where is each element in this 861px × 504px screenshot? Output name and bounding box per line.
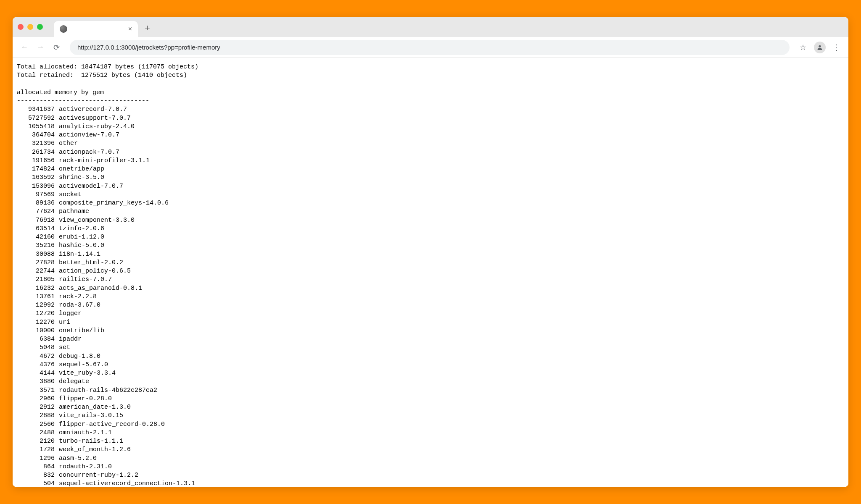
bytes-value: 191656 (17, 157, 59, 165)
bytes-value: 3571 (17, 386, 59, 395)
close-tab-icon[interactable]: × (128, 26, 132, 32)
bytes-value: 321396 (17, 139, 59, 148)
bytes-value: 9341637 (17, 105, 59, 114)
gem-name: hashie-5.0.0 (59, 242, 104, 250)
browser-tab[interactable]: × (54, 21, 138, 37)
total-allocated-line: Total allocated: 18474187 bytes (117075 … (17, 63, 198, 71)
gem-name: socket (59, 191, 82, 199)
back-button[interactable]: ← (18, 42, 30, 53)
gem-name: view_component-3.3.0 (59, 216, 135, 225)
gem-name: pathname (59, 207, 89, 216)
gem-name: actionview-7.0.7 (59, 131, 119, 139)
bytes-value: 12270 (17, 318, 59, 327)
bytes-value: 2888 (17, 412, 59, 420)
gem-name: turbo-rails-1.1.1 (59, 437, 123, 446)
memory-row: 2560flipper-active_record-0.28.0 (17, 420, 844, 429)
memory-row: 42160erubi-1.12.0 (17, 233, 844, 242)
gem-name: tzinfo-2.0.6 (59, 225, 104, 233)
gem-name: action_policy-0.6.5 (59, 267, 131, 276)
bookmark-icon[interactable]: ☆ (797, 43, 809, 52)
bytes-value: 261734 (17, 148, 59, 157)
page-content: Total allocated: 18474187 bytes (117075 … (13, 58, 848, 487)
memory-row: 321396other (17, 139, 844, 148)
maximize-window-button[interactable] (37, 24, 43, 30)
memory-row: 2888vite_rails-3.0.15 (17, 412, 844, 420)
svg-point-0 (819, 45, 821, 47)
new-tab-button[interactable]: + (140, 23, 154, 34)
gem-name: activesupport-7.0.7 (59, 114, 131, 123)
gem-name: roda-3.67.0 (59, 301, 100, 310)
bytes-value: 1055418 (17, 123, 59, 131)
address-bar[interactable]: http://127.0.0.1:3000/jetrockets?pp=prof… (70, 40, 790, 55)
gem-name: logger (59, 310, 82, 318)
memory-row: 12720logger (17, 310, 844, 318)
memory-row: 5048set (17, 344, 844, 352)
gem-name: composite_primary_keys-14.0.6 (59, 199, 169, 207)
bytes-value: 21805 (17, 276, 59, 284)
bytes-value: 4376 (17, 361, 59, 369)
reload-button[interactable]: ⟳ (50, 42, 62, 53)
browser-toolbar: ← → ⟳ http://127.0.0.1:3000/jetrockets?p… (13, 37, 848, 58)
bytes-value: 2120 (17, 437, 59, 446)
memory-row: 261734actionpack-7.0.7 (17, 148, 844, 157)
bytes-value: 35216 (17, 242, 59, 250)
gem-name: rack-2.2.8 (59, 293, 97, 301)
gem-name: i18n-1.14.1 (59, 250, 100, 259)
gem-name: flipper-0.28.0 (59, 395, 112, 403)
minimize-window-button[interactable] (27, 24, 33, 30)
gem-name: rodauth-rails-4b622c287ca2 (59, 386, 157, 395)
memory-row: 13761rack-2.2.8 (17, 293, 844, 301)
gem-name: shrine-3.5.0 (59, 173, 104, 182)
gem-name: activemodel-7.0.7 (59, 182, 123, 191)
window-controls (18, 24, 43, 30)
memory-row: 1728week_of_month-1.2.6 (17, 446, 844, 454)
bytes-value: 12720 (17, 310, 59, 318)
bytes-value: 504 (17, 480, 59, 487)
bytes-value: 832 (17, 471, 59, 480)
bytes-value: 2960 (17, 395, 59, 403)
bytes-value: 1296 (17, 454, 59, 463)
memory-row: 2488omniauth-2.1.1 (17, 429, 844, 437)
memory-row: 97569socket (17, 191, 844, 199)
bytes-value: 2912 (17, 403, 59, 412)
bytes-value: 97569 (17, 191, 59, 199)
profile-avatar[interactable] (814, 42, 826, 53)
gem-name: vite_ruby-3.3.4 (59, 369, 116, 378)
bytes-value: 174824 (17, 165, 59, 173)
section-title: allocated memory by gem (17, 89, 104, 96)
memory-row: 35216hashie-5.0.0 (17, 242, 844, 250)
memory-row: 191656rack-mini-profiler-3.1.1 (17, 157, 844, 165)
memory-row: 2912american_date-1.3.0 (17, 403, 844, 412)
memory-row: 4672debug-1.8.0 (17, 352, 844, 361)
bytes-value: 63514 (17, 225, 59, 233)
divider: ----------------------------------- (17, 97, 149, 105)
bytes-value: 2488 (17, 429, 59, 437)
memory-row: 12270uri (17, 318, 844, 327)
gem-name: analytics-ruby-2.4.0 (59, 123, 135, 131)
bytes-value: 5048 (17, 344, 59, 352)
bytes-value: 4144 (17, 369, 59, 378)
memory-row: 163592shrine-3.5.0 (17, 173, 844, 182)
memory-row: 2960flipper-0.28.0 (17, 395, 844, 403)
gem-name: erubi-1.12.0 (59, 233, 104, 242)
memory-row: 76918view_component-3.3.0 (17, 216, 844, 225)
memory-row: 6384ipaddr (17, 335, 844, 344)
memory-row: 22744action_policy-0.6.5 (17, 267, 844, 276)
forward-button[interactable]: → (34, 42, 46, 53)
bytes-value: 10000 (17, 327, 59, 335)
gem-name: american_date-1.3.0 (59, 403, 131, 412)
bytes-value: 4672 (17, 352, 59, 361)
bytes-value: 864 (17, 463, 59, 471)
bytes-value: 77624 (17, 207, 59, 216)
memory-row: 3880delegate (17, 378, 844, 386)
bytes-value: 2560 (17, 420, 59, 429)
gem-name: rodauth-2.31.0 (59, 463, 112, 471)
menu-icon[interactable]: ⋮ (831, 43, 843, 52)
memory-row: 21805railties-7.0.7 (17, 276, 844, 284)
close-window-button[interactable] (18, 24, 24, 30)
gem-name: ipaddr (59, 335, 82, 344)
gem-name: sequel-activerecord_connection-1.3.1 (59, 480, 195, 487)
bytes-value: 153096 (17, 182, 59, 191)
bytes-value: 12992 (17, 301, 59, 310)
memory-row: 89136composite_primary_keys-14.0.6 (17, 199, 844, 207)
